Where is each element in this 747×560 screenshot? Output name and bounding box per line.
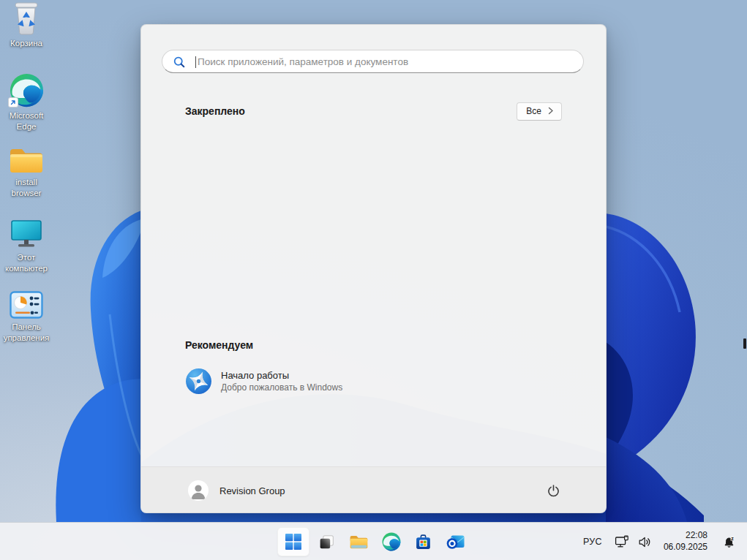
user-account-button[interactable]: Revision Group bbox=[182, 476, 291, 505]
recycle-bin-icon bbox=[12, 1, 41, 35]
desktop-icon-microsoft-edge[interactable]: Microsoft Edge bbox=[0, 73, 53, 132]
all-apps-button[interactable]: Все bbox=[517, 102, 562, 121]
recommended-item-get-started[interactable]: Начало работы Добро пожаловать в Windows bbox=[176, 362, 396, 401]
recommended-section-title: Рекомендуем bbox=[185, 339, 253, 351]
file-explorer-icon bbox=[349, 534, 369, 550]
edge-icon bbox=[10, 73, 44, 107]
desktop-icon-label: Панель управления bbox=[0, 322, 53, 343]
clock-date-button[interactable]: 22:08 06.09.2025 bbox=[657, 527, 714, 556]
taskbar-task-view-button[interactable] bbox=[312, 527, 342, 556]
edge-icon bbox=[382, 532, 401, 551]
tray-date: 06.09.2025 bbox=[664, 542, 707, 553]
shortcut-arrow-icon bbox=[8, 97, 18, 107]
desktop-icon-install-browser[interactable]: install browser bbox=[0, 146, 53, 198]
desktop-icon-label: Этот компьютер bbox=[0, 252, 53, 273]
taskbar-file-explorer-button[interactable] bbox=[345, 527, 374, 556]
search-box[interactable] bbox=[162, 50, 584, 73]
windows-logo-icon bbox=[285, 533, 302, 550]
taskbar-start-button[interactable] bbox=[277, 527, 309, 556]
monitor-icon bbox=[10, 219, 43, 249]
volume-tray-button[interactable] bbox=[634, 527, 657, 556]
start-menu-footer: Revision Group bbox=[141, 466, 606, 512]
get-started-icon bbox=[185, 368, 212, 395]
desktop-icon-this-pc[interactable]: Этот компьютер bbox=[0, 219, 53, 273]
outlook-icon bbox=[446, 533, 465, 550]
user-avatar bbox=[188, 480, 209, 501]
search-icon bbox=[173, 56, 186, 72]
speaker-icon bbox=[638, 536, 653, 548]
network-tray-button[interactable] bbox=[610, 527, 634, 556]
taskbar: РУС 22:08 06.0 bbox=[0, 522, 747, 560]
start-menu: Закреплено Все Рекомендуем bbox=[140, 24, 607, 513]
taskbar-microsoft-store-button[interactable] bbox=[409, 527, 438, 556]
svg-text:z: z bbox=[731, 535, 734, 541]
do-not-disturb-bell-icon: z bbox=[722, 535, 736, 549]
desktop-icon-label: Корзина bbox=[10, 38, 42, 49]
screen-edge-mark bbox=[743, 338, 746, 349]
tray-time: 22:08 bbox=[686, 530, 707, 542]
notification-bell-button[interactable]: z bbox=[716, 527, 743, 556]
pinned-section-title: Закреплено bbox=[185, 105, 245, 117]
taskbar-edge-button[interactable] bbox=[377, 527, 406, 556]
chevron-right-icon bbox=[547, 107, 554, 115]
desktop-screen: Корзина Microsoft Edge bbox=[0, 0, 747, 560]
power-icon bbox=[547, 484, 560, 498]
microsoft-store-icon bbox=[414, 533, 432, 551]
desktop-icon-label: Microsoft Edge bbox=[0, 110, 53, 132]
recommended-item-title: Начало работы bbox=[221, 370, 342, 381]
desktop-icon-label: install browser bbox=[0, 177, 53, 198]
desktop-icon-recycle-bin[interactable]: Корзина bbox=[0, 1, 53, 49]
recommended-item-subtitle: Добро пожаловать в Windows bbox=[221, 382, 342, 393]
desktop-icon-control-panel[interactable]: Панель управления bbox=[0, 291, 53, 343]
search-input[interactable] bbox=[198, 50, 571, 72]
task-view-icon bbox=[318, 533, 336, 551]
folder-icon bbox=[8, 146, 45, 174]
text-caret bbox=[195, 56, 196, 68]
user-name: Revision Group bbox=[219, 485, 285, 496]
power-button[interactable] bbox=[541, 479, 565, 502]
control-panel-icon bbox=[10, 291, 43, 319]
language-indicator[interactable]: РУС bbox=[575, 527, 610, 556]
taskbar-outlook-button[interactable] bbox=[441, 527, 470, 556]
network-ethernet-icon bbox=[615, 535, 629, 549]
